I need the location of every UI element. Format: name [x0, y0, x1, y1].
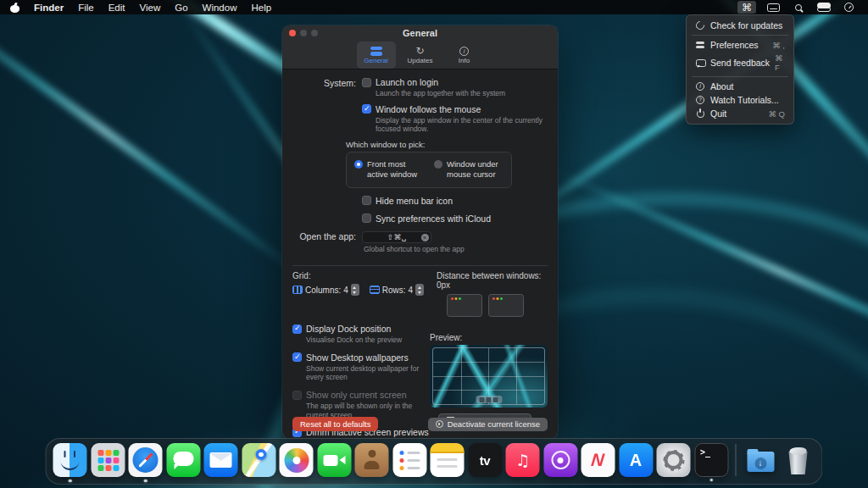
columns-stepper[interactable]	[351, 284, 359, 296]
which-window-groupbox: Front most active window Window under mo…	[346, 152, 512, 188]
spotlight-search-icon[interactable]	[791, 1, 806, 14]
clear-shortcut-icon[interactable]: ✕	[421, 234, 429, 241]
dock-item-messages[interactable]	[166, 443, 200, 477]
menu-divider	[692, 76, 788, 77]
settings-content: System: Launch on login Launch the app t…	[282, 69, 558, 439]
rows-icon	[370, 286, 380, 294]
distance-label: Distance between windows: 0px	[437, 271, 548, 290]
open-app-row: Open the app: ⇧⌘␣ ✕ Global shortcut to o…	[292, 231, 548, 260]
menu-bar-item-help[interactable]: Help	[251, 3, 271, 13]
dock-item-appstore[interactable]: A	[619, 443, 653, 477]
columns-icon	[292, 286, 303, 294]
menu-item-preferences[interactable]: Preferences⌘ ,	[690, 38, 790, 52]
dock-item-photos[interactable]	[280, 443, 314, 477]
clock-status-icon[interactable]	[840, 1, 858, 14]
dock-item-maps[interactable]	[242, 443, 275, 477]
only-current-screen-checkbox[interactable]	[292, 391, 302, 400]
window-follows-mouse-caption: Display the app window in the center of …	[376, 116, 545, 134]
rows-stepper[interactable]	[415, 284, 424, 296]
menu-bar-item-go[interactable]: Go	[175, 3, 187, 13]
menu-item-label: Send feedback	[710, 58, 770, 68]
display-dock-label: Display Dock position	[306, 324, 391, 334]
hide-menu-bar-checkbox[interactable]	[362, 196, 371, 205]
mini-window-preview	[488, 294, 524, 317]
window-footer: Reset all to defaults Deactivate current…	[292, 417, 548, 431]
radio-window-under[interactable]: Window under mouse cursor	[434, 159, 504, 180]
sync-icloud-checkbox[interactable]	[362, 214, 371, 223]
dock-item-finder[interactable]	[53, 443, 87, 477]
show-wallpapers-checkbox[interactable]	[292, 352, 302, 362]
tv-glyph: tv	[480, 453, 490, 468]
menu-item-send-feedback[interactable]: Send feedback⌘ F	[690, 52, 790, 74]
app-logo-status-icon[interactable]: ⌘	[737, 1, 756, 14]
display-dock-caption: Visualise Dock on the preview	[306, 336, 430, 345]
menu-item-quit[interactable]: Quit⌘ Q	[690, 107, 790, 120]
menu-item-shortcut: ⌘ Q	[768, 109, 785, 119]
reset-all-button[interactable]: Reset all to defaults	[292, 417, 378, 431]
global-shortcut-field[interactable]: ⇧⌘␣ ✕	[362, 231, 431, 243]
dock-item-launchpad[interactable]	[91, 443, 125, 477]
launch-on-login-caption: Launch the app together with the system	[376, 89, 548, 98]
menu-bar: Finder FileEditViewGoWindowHelp ⌘	[0, 0, 868, 14]
window-follows-mouse-checkbox[interactable]	[362, 104, 371, 114]
window-title-bar[interactable]: General	[282, 25, 558, 41]
system-label: System:	[292, 77, 362, 88]
grid-section: Grid: Columns: 4 Rows: 4	[292, 271, 548, 317]
open-app-caption: Global shortcut to open the app	[364, 245, 548, 254]
apple-menu-icon[interactable]	[10, 3, 19, 13]
sync-icloud-label: Sync preferences with iCloud	[376, 214, 491, 224]
rows-control: Rows: 4	[370, 284, 424, 296]
dock-item-trash[interactable]	[782, 443, 815, 477]
tab-general[interactable]: General	[357, 42, 396, 69]
dock-item-mail[interactable]	[204, 443, 238, 477]
menu-bar-item-window[interactable]: Window	[203, 3, 237, 13]
radio-front-most-control[interactable]	[354, 160, 363, 169]
menu-item-check-for-updates[interactable]: Check for updates	[690, 19, 790, 32]
radio-window-under-control[interactable]	[434, 160, 442, 169]
menu-item-label: About	[710, 81, 733, 92]
dock-item-settings[interactable]	[657, 443, 691, 477]
only-current-screen-label: Show only current screen	[306, 390, 406, 400]
tab-updates[interactable]: ↻ Updates	[401, 42, 440, 69]
running-indicator	[69, 480, 72, 483]
menu-bar-item-edit[interactable]: Edit	[108, 3, 125, 13]
menu-item-about[interactable]: About	[690, 80, 790, 93]
menu-divider	[692, 35, 788, 36]
preview-dock-indicator	[476, 396, 502, 403]
columns-value: 4	[343, 286, 348, 295]
dock-item-notes[interactable]	[431, 443, 465, 477]
dock-item-tv[interactable]: tv	[468, 443, 502, 477]
menu-bar-item-file[interactable]: File	[78, 3, 94, 13]
hide-menu-bar-row: Hide menu bar icon Sync preferences with…	[292, 196, 548, 231]
tab-info[interactable]: i Info	[445, 42, 484, 69]
menu-bar-item-view[interactable]: View	[140, 3, 161, 13]
dock-item-contacts[interactable]	[355, 443, 389, 477]
dock-item-podcasts[interactable]	[543, 443, 577, 477]
dock-item-terminal[interactable]: >_	[694, 443, 728, 477]
deactivate-license-button[interactable]: Deactivate current license	[428, 418, 548, 431]
dock-item-facetime[interactable]	[317, 443, 351, 477]
section-divider	[292, 265, 548, 266]
music-glyph: ♫	[515, 451, 530, 469]
launch-on-login-checkbox[interactable]	[362, 78, 371, 87]
distance-preview	[447, 294, 548, 317]
dock-item-reminders[interactable]	[392, 443, 426, 477]
info-icon	[695, 81, 705, 92]
display-dock-checkbox[interactable]	[292, 324, 302, 334]
sliders-icon	[695, 40, 705, 50]
dock-item-safari[interactable]	[129, 443, 163, 477]
control-center-icon[interactable]	[813, 1, 833, 14]
dock-item-news[interactable]: N	[581, 443, 615, 477]
info-icon: i	[459, 47, 469, 56]
wallpaper-streak	[0, 0, 317, 286]
radio-front-most[interactable]: Front most active window	[354, 159, 424, 180]
menu-item-watch-tutorials[interactable]: Watch Tutorials...	[690, 93, 790, 107]
dock-item-downloads[interactable]: ↓	[743, 443, 777, 477]
keyboard-status-icon[interactable]	[763, 1, 784, 14]
menu-bar-app-name[interactable]: Finder	[34, 3, 64, 13]
dock-item-music[interactable]: ♫	[506, 443, 540, 477]
show-wallpapers-label: Show Desktop wallpapers	[306, 352, 409, 363]
window-title: General	[282, 28, 558, 38]
running-indicator	[144, 480, 147, 483]
launch-on-login-row: System: Launch on login Launch the app t…	[292, 77, 548, 140]
